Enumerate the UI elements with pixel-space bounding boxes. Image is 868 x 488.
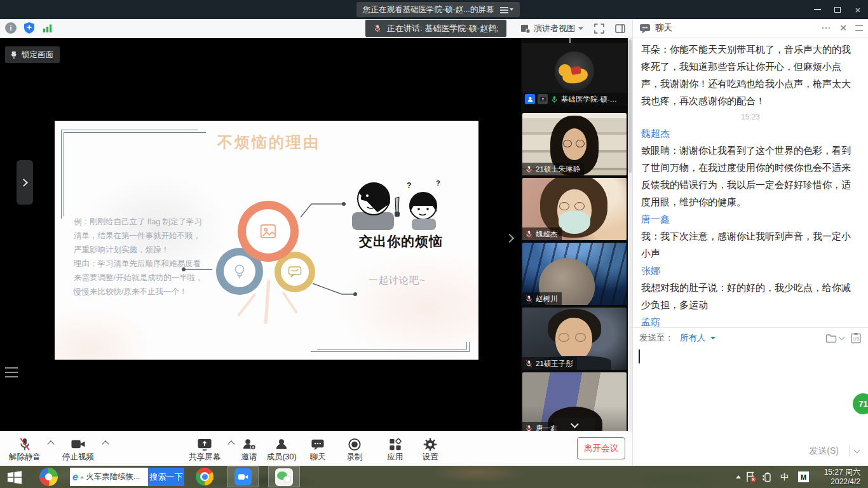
chat-header: 聊天 ⋯ ✕ [633,19,868,37]
chevron-down-icon[interactable] [839,334,845,341]
banner-menu-icon[interactable] [500,8,513,11]
chevron-right-icon [20,179,28,187]
panel-handle-icon[interactable] [855,25,863,31]
apps-button[interactable]: 应用 [381,436,409,464]
chat-more-icon[interactable]: ⋯ [821,22,831,34]
participant-tile[interactable]: 21硕士朱琳静 [522,113,627,175]
chat-close-icon[interactable]: ✕ [839,23,847,33]
participant-scrollbar[interactable] [628,38,632,431]
participant-tile[interactable]: 21硕王子彤 [522,308,627,370]
gear-icon [423,437,438,452]
minimize-button[interactable] [807,0,827,19]
tray-expand-icon[interactable] [736,475,741,478]
wechat-icon [275,468,293,486]
meeting-toolbar: 解除静音 停止视频 共享屏幕 邀请 成员(30) 聊天 录制 [0,431,632,466]
view-mode-label: 演讲者视图 [534,23,575,34]
settings-button[interactable]: 设置 [416,436,444,464]
dropdown-arrow-icon [80,476,84,478]
chat-message-list[interactable]: 耳朵：你能不能天天别带耳机了，音乐声大的的我疼死了，我知道那些音乐让你开心，但麻… [633,38,868,327]
participant-name-pill: 赵树川 [522,292,562,305]
maximize-button[interactable] [827,0,848,19]
dropdown-arrow-icon [710,337,715,339]
video-options-chevron[interactable] [102,440,109,447]
participant-name-bar: 基础医学院-硕-赵... [522,93,627,105]
participant-tile[interactable]: 基础医学院-硕-赵... [522,43,627,105]
meeting-info-icon[interactable]: i [5,22,17,34]
chat-input[interactable] [633,348,868,443]
stop-video-button[interactable]: 停止视频 [56,436,100,464]
chat-sender-name: 孟窈 [641,313,860,327]
shared-screen-stage: 锁定画面 不烦恼的理由 例：刚刚给自己立了 flag 制定了学习清单，结果在第一… [0,38,521,431]
taskbar-search-box[interactable]: e 火车票陆续恢... [70,468,148,486]
record-icon [347,437,362,452]
file-folder-icon[interactable] [825,333,837,344]
camera-icon [70,437,86,452]
send-button[interactable]: 发送(S) [804,444,844,459]
chrome-icon[interactable] [196,468,214,485]
side-panel-icon[interactable] [615,24,626,34]
chat-panel: 聊天 ⋯ ✕ 耳朵：你能不能天天别带耳机了，音乐声大的的我疼死了，我知道那些音乐… [632,19,868,466]
share-screen-button[interactable]: 共享屏幕 [183,436,226,464]
thumbnail-collapse-toggle[interactable] [503,229,516,248]
scroll-down-chevron[interactable] [554,418,595,431]
participant-name: 魏超杰 [536,229,558,239]
view-mode-dropdown[interactable]: 演讲者视图 [520,23,583,34]
security-shield-icon[interactable] [23,22,36,34]
taskbar-wechat-button[interactable] [268,466,300,487]
chat-sender-name: 唐一鑫 [641,210,860,227]
action-center-flag-icon[interactable] [745,471,757,483]
browser-swirl-icon[interactable] [39,468,58,486]
layout-list-icon[interactable] [5,367,18,377]
tray-m-icon[interactable]: M [798,471,809,482]
mic-options-chevron[interactable] [47,440,54,447]
announcement-label: 公告 [853,336,860,341]
speaking-indicator: 正在讲话: 基础医学院-硕-赵鹤; [365,20,506,37]
chat-message: 耳朵：你能不能天天别带耳机了，音乐声大的的我疼死了，我知道那些音乐让你开心，但麻… [641,41,860,109]
close-button[interactable]: × [848,0,868,19]
network-signal-icon[interactable] [42,22,53,34]
speaking-text: 正在讲话: 基础医学院-硕-赵鹤; [387,23,499,34]
side-panel-toggle[interactable] [17,160,33,205]
voov-meeting-icon [234,468,252,485]
screen-viewing-text: 您正在观看基础医学院-硕-赵...的屏幕 [363,4,494,15]
pin-view-button[interactable]: 锁定画面 [5,46,60,63]
mic-muted-icon [17,437,32,452]
send-options-chevron[interactable] [854,447,860,454]
chat-button[interactable]: 聊天 [304,436,332,464]
participant-name: 基础医学院-硕-赵... [561,95,623,104]
window-controls: × [807,0,868,19]
taskbar-voov-button[interactable] [227,466,259,487]
participant-name-pill: 21硕王子彤 [522,357,577,370]
mic-muted-icon [525,230,533,238]
chat-sender-name: 魏超杰 [641,125,860,142]
unmute-button[interactable]: 解除静音 [3,436,47,464]
mic-muted-icon [525,165,533,173]
participant-tile[interactable]: 唐一鑫 [522,372,627,431]
mic-muted-icon [525,295,533,303]
leave-meeting-button[interactable]: 离开会议 [577,437,625,459]
announcement-icon[interactable]: 公告 [850,332,862,344]
slide-body-text: 例：刚刚给自己立了 flag 制定了学习清单，结果在第一件事就开始不顺，严重影响… [74,215,206,299]
discuss-text: 一起讨论吧~ [369,274,426,287]
scrollbar-thumb[interactable] [628,39,632,173]
participant-tile[interactable]: 魏超杰 [522,178,627,240]
fullscreen-icon[interactable] [593,23,605,34]
scroll-up-chevron[interactable] [569,38,577,43]
screen-viewing-banner[interactable]: 您正在观看基础医学院-硕-赵...的屏幕 [356,2,520,17]
invite-person-icon [241,437,257,452]
send-to-dropdown[interactable]: 所有人 [680,332,706,344]
participant-tile[interactable]: 赵树川 [522,243,627,305]
desktop: 您正在观看基础医学院-硕-赵...的屏幕 × i 演讲者视图 正在讲话 [0,0,868,488]
screen-share-icon [538,94,548,104]
invite-button[interactable]: 邀请 [234,436,264,464]
ime-indicator[interactable]: 中 [780,471,789,483]
taskbar-search-button[interactable]: 搜索一下 [148,468,184,486]
image-icon [259,222,278,241]
start-button[interactable] [5,468,24,485]
battery-icon[interactable] [761,471,773,483]
record-button[interactable]: 录制 [341,436,369,464]
taskbar-clock[interactable]: 15:27 周六 2022/4/2 [813,468,860,487]
members-button[interactable]: 成员(30) [261,436,302,464]
participant-name: 21硕王子彤 [536,359,573,369]
chat-message: 我：我下次注意，感谢你让我听到声音，我一定小小声 [641,227,860,262]
